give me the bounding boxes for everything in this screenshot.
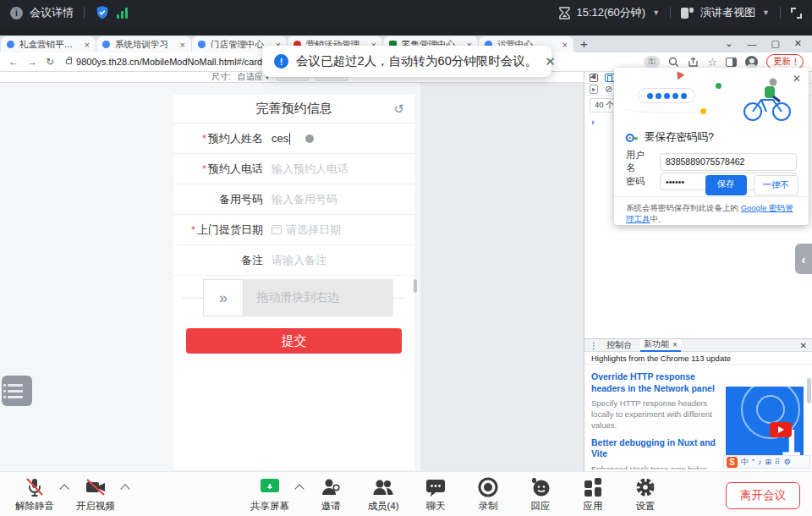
tab-console[interactable]: 控制台 [606,339,632,351]
ime-punctuation-icon[interactable]: ” [752,458,754,466]
timer-caret-icon[interactable]: ▼ [652,8,660,17]
backup-input[interactable]: 输入备用号码 [272,192,337,207]
undo-icon[interactable]: ↺ [393,102,404,117]
save-button[interactable]: 保存 [705,175,747,195]
unmute-button[interactable]: 解除静音 [8,476,61,513]
video-options-chevron[interactable] [120,484,129,493]
never-button[interactable]: 一律不 [754,175,799,195]
form-row-phone[interactable]: *预约人电话 输入预约人电话 [173,154,414,184]
invite-person-icon [320,476,342,498]
tab-whats-new[interactable]: 新功能 × [640,339,681,352]
tab-close-icon[interactable]: × [85,40,90,50]
share-icon[interactable] [688,57,699,68]
bookmark-star-icon[interactable]: ☆ [707,56,717,69]
drawer-close-icon[interactable]: ✕ [800,341,807,350]
settings-gear-icon [634,476,656,498]
whatsnew-heading[interactable]: Better debugging in Nuxt and Vite [591,437,722,460]
password-key-icon[interactable]: ⚿ [644,56,661,68]
security-shield-icon[interactable] [95,5,110,20]
page-scrollbar[interactable] [414,279,417,293]
password-illustration [623,76,800,123]
lock-icon [66,59,72,64]
browser-frame-strip [0,25,812,36]
whatsnew-body: Enhanced stack trace now hides irrelevan… [591,464,722,469]
divider [670,7,671,19]
whatsnew-body: Specify HTTP response headers locally to… [591,398,722,431]
date-picker[interactable]: 请选择日期 [272,222,341,238]
captcha-slider: 拖动滑块到右边 » [173,279,414,316]
reactions-button[interactable]: 回应 [514,476,567,513]
save-password-dialog: ✕ 要保存密码吗? 用户名 8385 [614,68,809,225]
apps-grid-icon [582,476,604,498]
inspect-element-icon[interactable] [590,74,598,82]
ime-language-icon[interactable]: 中 [741,457,749,468]
slider-handle[interactable]: » [203,279,244,316]
remark-input[interactable]: 请输入备注 [272,253,326,268]
play-button-icon[interactable] [770,422,792,437]
meeting-list-fab[interactable] [2,376,32,406]
tab-close-icon[interactable]: × [562,40,568,50]
form-row-remark[interactable]: 备注 请输入备注 [173,245,414,276]
view-caret-icon[interactable]: ▼ [762,8,770,17]
browser-tab[interactable]: 礼盒营销平台管理中心 × [1,36,96,52]
fullscreen-icon[interactable] [791,8,802,19]
network-signal-icon[interactable] [117,7,128,19]
members-button[interactable]: 成员(4) [357,476,409,513]
record-button[interactable]: 录制 [462,476,514,513]
phone-input[interactable]: 输入预约人电话 [272,162,348,177]
apps-button[interactable]: 应用 [567,476,619,513]
form-row-name[interactable]: *预约人姓名 ces [173,124,414,154]
drawer-menu-icon[interactable]: ⋮ [590,341,598,350]
console-sidebar-icon[interactable]: ▸ [590,85,598,94]
ime-voice-icon[interactable]: ♪ [758,458,762,466]
password-dots-pill [638,88,695,103]
dialog-title: 要保存密码吗? [645,130,714,145]
record-icon [477,476,499,498]
tab-close-icon[interactable]: × [672,340,678,349]
banner-text: 会议已超过2人，自动转为60分钟限时会议。 [296,53,537,69]
dialog-footer: 系统会将密码保存到此设备上的 Google 密码管理工具中。 [614,196,809,230]
whatsnew-heading[interactable]: Override HTTP response headers in the Ne… [591,371,722,394]
side-panel-icon[interactable] [726,58,737,67]
leave-meeting-button[interactable]: 离开会议 [726,482,800,509]
console-clear-icon[interactable]: ⊘ [605,84,612,95]
invite-button[interactable]: 邀请 [304,476,357,513]
back-icon[interactable]: ← [8,56,19,68]
window-maximize-icon[interactable]: ▢ [771,38,779,49]
new-tab-button[interactable]: + [580,36,588,52]
share-options-chevron[interactable] [294,484,304,493]
mic-options-chevron[interactable] [59,484,69,493]
meeting-title[interactable]: 会议详情 [30,5,74,20]
form-row-backup[interactable]: 备用号码 输入备用号码 [173,184,414,215]
sogou-logo-icon[interactable]: S [727,457,738,468]
required-mark: * [202,132,206,145]
browser-tab[interactable]: 系统培训学习 × [96,36,191,52]
tab-close-icon[interactable]: × [180,40,185,50]
chat-button[interactable]: 聊天 [409,476,462,513]
window-minimize-icon[interactable]: — [747,39,756,49]
submit-button[interactable]: 提交 [186,328,402,354]
video-panel-collapse-handle[interactable]: ‹ [795,244,812,274]
start-video-button[interactable]: 开启视频 [69,476,122,513]
view-mode-label[interactable]: 演讲者视图 [700,5,755,20]
ime-toolbox-icon[interactable]: ⠿ [775,458,781,466]
share-screen-button[interactable]: 共享屏幕 [244,476,296,513]
profile-avatar[interactable] [745,56,758,69]
form-row-date[interactable]: *上门提货日期 请选择日期 [173,215,414,245]
reload-icon[interactable]: ↻ [46,56,54,68]
zoom-icon[interactable] [668,57,679,68]
ime-keyboard-icon[interactable]: ⊞ [765,458,772,466]
window-close-icon[interactable]: ✕ [794,38,802,49]
window-menu-icon[interactable]: ⌄ [725,38,732,49]
name-input[interactable]: ces [272,132,314,145]
forward-icon[interactable]: → [27,56,37,68]
ime-settings-icon[interactable]: ⚙ [784,458,791,466]
drawer-scrollbar[interactable] [807,378,811,403]
banner-close-icon[interactable]: ✕ [545,54,556,69]
whatsnew-video-thumbnail[interactable]: 1 [726,387,804,459]
meeting-info-icon[interactable]: i [10,7,23,19]
whatsnew-subtitle: Highlights from the Chrome 113 update [584,352,812,365]
settings-button[interactable]: 设置 [619,476,672,513]
username-input[interactable]: 8385889075578462 [660,153,797,171]
input-method-toolbar: S 中 ” ♪ ⊞ ⠿ ⚙ [723,455,810,469]
